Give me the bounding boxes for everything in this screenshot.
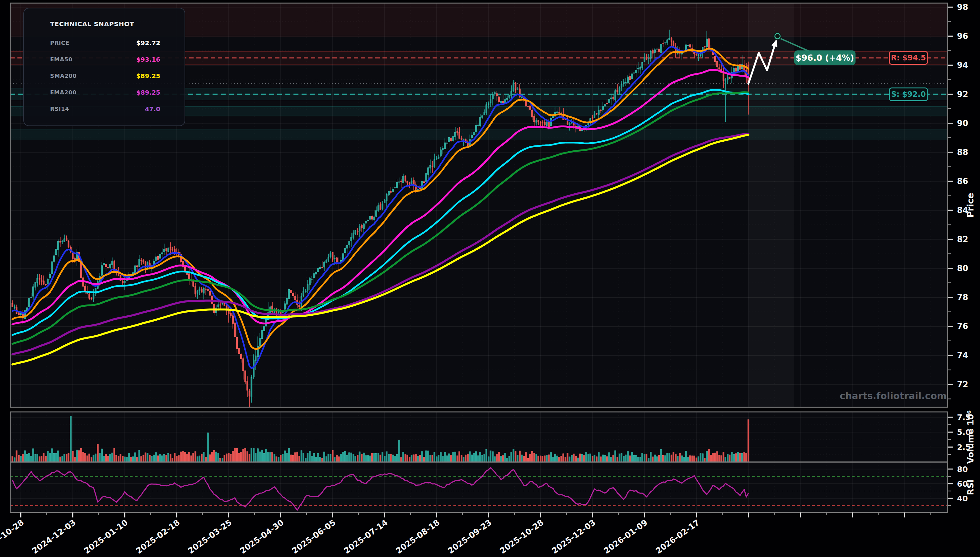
volume-axis-title: Volume 10⁶: [966, 410, 975, 464]
svg-text:76: 76: [957, 322, 968, 331]
rsi-axis-title: RSI: [966, 479, 975, 495]
resistance-level-badge: R: $94.5: [889, 51, 928, 65]
price-axis-title: Price: [965, 193, 976, 218]
snapshot-value: $89.25: [136, 89, 160, 96]
snapshot-value: $92.72: [136, 39, 160, 47]
support-level-badge: S: $92.0: [889, 88, 928, 101]
snapshot-label: EMA200: [50, 89, 76, 96]
svg-text:86: 86: [957, 176, 968, 186]
snapshot-title: TECHNICAL SNAPSHOT: [50, 20, 160, 28]
svg-text:98: 98: [957, 3, 968, 12]
snapshot-label: PRICE: [50, 39, 70, 46]
snapshot-label: RSI14: [50, 106, 69, 112]
technical-snapshot-panel: TECHNICAL SNAPSHOT PRICE $92.72 EMA50 $9…: [23, 8, 185, 126]
watermark: charts.foliotrail.com: [840, 391, 946, 401]
snapshot-row-sma200: SMA200 $89.25: [50, 68, 160, 84]
snapshot-value: $89.25: [136, 72, 160, 80]
snapshot-row-ema200: EMA200 $89.25: [50, 84, 160, 101]
target-marker: [775, 34, 780, 39]
svg-text:88: 88: [957, 148, 968, 157]
svg-text:80: 80: [957, 465, 968, 474]
snapshot-label: SMA200: [50, 73, 76, 79]
svg-text:82: 82: [957, 235, 968, 244]
svg-text:96: 96: [957, 31, 968, 41]
svg-text:72: 72: [957, 380, 968, 389]
snapshot-row-ema50: EMA50 $93.16: [50, 51, 160, 68]
svg-text:90: 90: [957, 119, 968, 128]
svg-text:92: 92: [957, 90, 968, 99]
svg-text:78: 78: [957, 293, 968, 302]
svg-text:80: 80: [957, 264, 968, 273]
snapshot-value: 47.0: [145, 105, 160, 113]
svg-text:74: 74: [957, 350, 968, 360]
svg-text:94: 94: [957, 60, 968, 70]
chart-figure: 98969492908886848280787674727.55.02.5806…: [0, 0, 980, 557]
forecast-target-callout: $96.0 (+4%): [794, 50, 855, 65]
snapshot-row-rsi14: RSI14 47.0: [50, 101, 160, 117]
snapshot-value: $93.16: [136, 56, 160, 63]
snapshot-label: EMA50: [50, 56, 73, 63]
snapshot-row-price: PRICE $92.72: [50, 34, 160, 51]
